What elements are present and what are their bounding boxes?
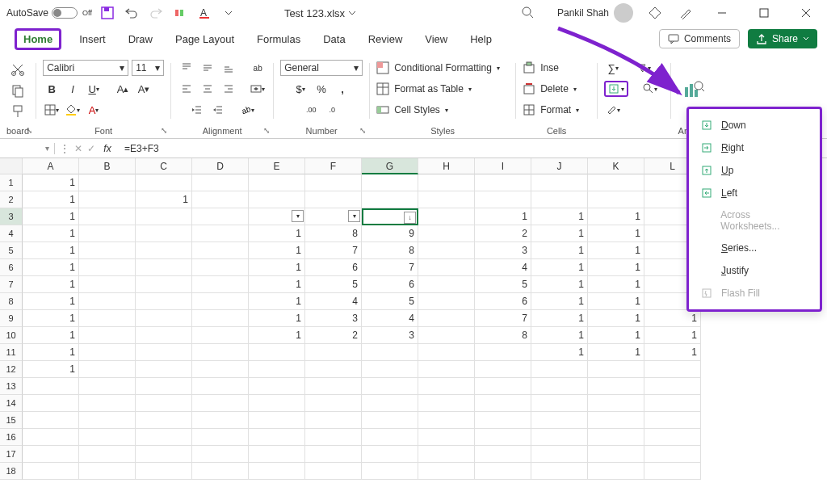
cell-C13[interactable] <box>136 378 192 395</box>
row-header[interactable]: 11 <box>0 344 23 361</box>
cell-F13[interactable] <box>305 378 362 395</box>
share-button[interactable]: Share <box>748 29 817 48</box>
format-painter-icon[interactable] <box>10 104 25 119</box>
qat-more-icon[interactable] <box>220 4 237 22</box>
tab-data[interactable]: Data <box>318 30 350 48</box>
cell-D11[interactable] <box>192 344 249 361</box>
cell-J11[interactable]: 1 <box>531 344 588 361</box>
column-header-G[interactable]: G <box>362 158 418 174</box>
undo-icon[interactable] <box>123 4 141 22</box>
tab-review[interactable]: Review <box>363 30 408 48</box>
cell-C15[interactable] <box>136 412 192 429</box>
cell-F5[interactable]: 7 <box>305 242 362 259</box>
cell-A2[interactable]: 1 <box>23 191 79 208</box>
cell-L10[interactable]: 1 <box>644 327 701 344</box>
cell-K4[interactable]: 1 <box>588 225 644 242</box>
orientation-icon[interactable]: ab▾ <box>238 102 256 118</box>
cell-K18[interactable] <box>588 463 644 480</box>
cell-D18[interactable] <box>192 463 249 480</box>
cell-B9[interactable] <box>79 310 136 327</box>
filter-dropdown-icon[interactable]: ↓ <box>404 212 416 224</box>
column-header-I[interactable]: I <box>475 158 531 174</box>
cell-B18[interactable] <box>79 463 136 480</box>
cell-H15[interactable] <box>418 412 475 429</box>
cell-I4[interactable]: 2 <box>475 225 531 242</box>
cell-K10[interactable]: 1 <box>588 327 644 344</box>
cell-F3[interactable]: ▾ <box>305 208 362 225</box>
cell-F12[interactable] <box>305 361 362 378</box>
cell-H12[interactable] <box>418 361 475 378</box>
cell-E12[interactable] <box>249 361 305 378</box>
cell-F4[interactable]: 8 <box>305 225 362 242</box>
decrease-decimal-icon[interactable]: .0 <box>323 102 341 118</box>
cell-L13[interactable] <box>644 378 701 395</box>
cell-J6[interactable]: 1 <box>531 259 588 276</box>
cell-B16[interactable] <box>79 429 136 446</box>
cell-B13[interactable] <box>79 378 136 395</box>
sum-icon[interactable]: ∑▾ <box>604 60 622 76</box>
italic-button[interactable]: I <box>64 81 82 97</box>
clear-icon[interactable]: ▾ <box>604 102 622 118</box>
cell-D3[interactable] <box>192 208 249 225</box>
cell-I6[interactable]: 4 <box>475 259 531 276</box>
cell-B14[interactable] <box>79 395 136 412</box>
cell-B1[interactable] <box>79 174 136 191</box>
cell-F7[interactable]: 5 <box>305 276 362 293</box>
fill-button[interactable]: ▾ <box>604 81 628 97</box>
cell-E9[interactable]: 1 <box>249 310 305 327</box>
cut-icon[interactable] <box>10 62 25 77</box>
cell-K17[interactable] <box>588 446 644 463</box>
dialog-launcher-icon[interactable]: ⤡ <box>263 126 270 135</box>
column-header-D[interactable]: D <box>192 158 249 174</box>
tab-home[interactable]: Home <box>15 28 61 50</box>
row-header[interactable]: 6 <box>0 259 23 276</box>
cell-K9[interactable]: 1 <box>588 310 644 327</box>
cell-J5[interactable]: 1 <box>531 242 588 259</box>
font-color-icon[interactable]: A <box>195 4 213 22</box>
increase-indent-icon[interactable] <box>209 102 227 118</box>
cell-L15[interactable] <box>644 412 701 429</box>
fill-down-item[interactable]: Down <box>689 114 820 136</box>
cell-A11[interactable]: 1 <box>23 344 79 361</box>
column-header-E[interactable]: E <box>249 158 305 174</box>
minimize-button[interactable] <box>707 2 737 24</box>
cell-H1[interactable] <box>418 174 475 191</box>
cell-A6[interactable]: 1 <box>23 259 79 276</box>
cell-G7[interactable]: 6 <box>362 276 418 293</box>
row-header[interactable]: 9 <box>0 310 23 327</box>
font-color-icon[interactable]: A▾ <box>85 102 103 118</box>
cell-A14[interactable] <box>23 395 79 412</box>
cell-H13[interactable] <box>418 378 475 395</box>
cell-D13[interactable] <box>192 378 249 395</box>
cell-K6[interactable]: 1 <box>588 259 644 276</box>
row-header[interactable]: 4 <box>0 225 23 242</box>
cell-C4[interactable] <box>136 225 192 242</box>
font-size-select[interactable]: 11▾ <box>132 60 164 76</box>
cell-G15[interactable] <box>362 412 418 429</box>
cell-B2[interactable] <box>79 191 136 208</box>
cell-F2[interactable] <box>305 191 362 208</box>
row-header[interactable]: 12 <box>0 361 23 378</box>
filename[interactable]: Test 123.xlsx <box>284 7 356 19</box>
cell-A12[interactable]: 1 <box>23 361 79 378</box>
cell-E5[interactable]: 1 <box>249 242 305 259</box>
cell-B10[interactable] <box>79 327 136 344</box>
cell-K14[interactable] <box>588 395 644 412</box>
cell-G16[interactable] <box>362 429 418 446</box>
percent-icon[interactable]: % <box>313 81 330 97</box>
fill-color-icon[interactable]: ▾ <box>64 102 82 118</box>
fill-series-item[interactable]: Series... <box>689 237 820 259</box>
cell-E13[interactable] <box>249 378 305 395</box>
tab-formulas[interactable]: Formulas <box>252 30 305 48</box>
cell-C3[interactable] <box>136 208 192 225</box>
column-header-A[interactable]: A <box>23 158 79 174</box>
cell-G10[interactable]: 3 <box>362 327 418 344</box>
cell-A9[interactable]: 1 <box>23 310 79 327</box>
save-icon[interactable] <box>99 4 116 22</box>
cell-B6[interactable] <box>79 259 136 276</box>
cell-H14[interactable] <box>418 395 475 412</box>
increase-decimal-icon[interactable]: .00 <box>302 102 320 118</box>
cell-H18[interactable] <box>418 463 475 480</box>
copy-icon[interactable] <box>10 83 25 98</box>
tab-insert[interactable]: Insert <box>74 30 111 48</box>
